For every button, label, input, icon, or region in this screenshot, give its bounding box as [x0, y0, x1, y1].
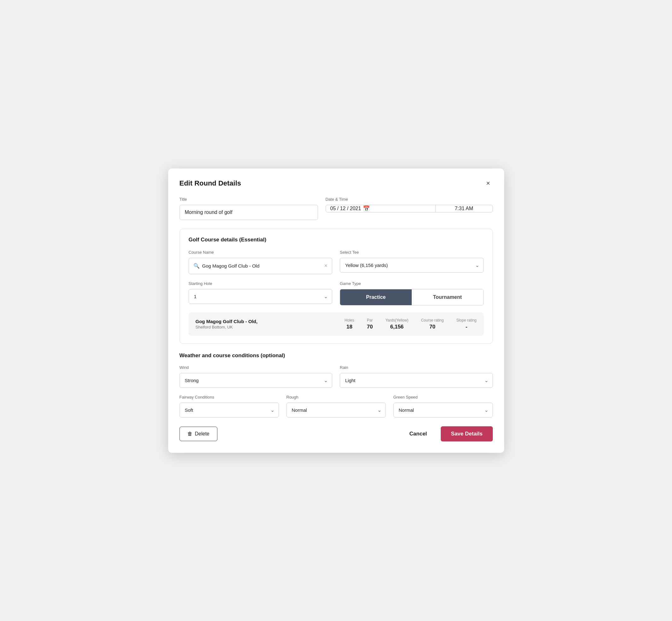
modal-footer: 🗑 Delete Cancel Save Details	[179, 426, 493, 442]
course-name-label: Course Name	[189, 250, 333, 255]
title-input[interactable]	[179, 205, 318, 220]
fairway-dropdown[interactable]: Dry Normal Soft Wet	[179, 403, 279, 417]
modal-title: Edit Round Details	[179, 179, 241, 188]
yards-label: Yards(Yellow)	[385, 318, 409, 323]
game-type-toggle: Practice Tournament	[340, 289, 484, 305]
starting-hole-dropdown[interactable]: 1 2 3 10	[189, 289, 333, 304]
course-full-name: Gog Magog Golf Club - Old,	[196, 319, 345, 324]
delete-button[interactable]: 🗑 Delete	[179, 427, 217, 441]
tournament-toggle-btn[interactable]: Tournament	[412, 289, 483, 305]
top-row: Title Date & Time 05 / 12 / 2021 📅 7:31 …	[179, 197, 493, 220]
course-rating-label: Course rating	[421, 318, 444, 323]
save-details-button[interactable]: Save Details	[441, 426, 493, 442]
rough-dropdown[interactable]: Short Normal Long Very Long	[287, 403, 386, 417]
golf-section-title: Golf Course details (Essential)	[189, 237, 484, 243]
course-search-wrap: 🔍 ×	[189, 258, 333, 274]
date-value: 05 / 12 / 2021	[330, 206, 361, 211]
slope-rating-value: -	[466, 324, 468, 330]
game-type-group: Game Type Practice Tournament	[340, 281, 484, 305]
fairway-select-wrap: Dry Normal Soft Wet ⌄	[179, 403, 279, 417]
starting-hole-group: Starting Hole 1 2 3 10 ⌄	[189, 281, 333, 305]
course-info-bar: Gog Magog Golf Club - Old, Shelford Bott…	[189, 313, 484, 336]
wind-select-wrap: Calm Light Moderate Strong ⌄	[179, 373, 333, 388]
course-name-tee-row: Course Name 🔍 × Select Tee Yellow (6,156…	[189, 250, 484, 274]
game-type-label: Game Type	[340, 281, 484, 286]
course-info-name: Gog Magog Golf Club - Old, Shelford Bott…	[196, 319, 345, 329]
holes-value: 18	[346, 324, 352, 330]
weather-title: Weather and course conditions (optional)	[179, 353, 493, 359]
weather-section: Weather and course conditions (optional)…	[179, 353, 493, 417]
rain-select-wrap: None Light Moderate Heavy ⌄	[340, 373, 493, 388]
wind-label: Wind	[179, 365, 333, 370]
time-part[interactable]: 7:31 AM	[436, 205, 493, 212]
wind-group: Wind Calm Light Moderate Strong ⌄	[179, 365, 333, 388]
edit-round-modal: Edit Round Details × Title Date & Time 0…	[168, 168, 504, 453]
delete-label: Delete	[195, 431, 209, 437]
rough-label: Rough	[287, 395, 386, 400]
yards-stat: Yards(Yellow) 6,156	[385, 318, 409, 330]
rain-group: Rain None Light Moderate Heavy ⌄	[340, 365, 493, 388]
green-speed-dropdown[interactable]: Slow Normal Fast Very Fast	[393, 403, 493, 417]
footer-right: Cancel Save Details	[403, 426, 493, 442]
datetime-inner: 05 / 12 / 2021 📅 7:31 AM	[326, 205, 493, 212]
fairway-group: Fairway Conditions Dry Normal Soft Wet ⌄	[179, 395, 279, 417]
clear-icon[interactable]: ×	[324, 262, 328, 269]
rain-dropdown[interactable]: None Light Moderate Heavy	[340, 373, 493, 388]
slope-rating-stat: Slope rating -	[456, 318, 476, 330]
rain-label: Rain	[340, 365, 493, 370]
title-label: Title	[179, 197, 318, 202]
calendar-icon: 📅	[363, 205, 370, 212]
slope-rating-label: Slope rating	[456, 318, 476, 323]
green-speed-select-wrap: Slow Normal Fast Very Fast ⌄	[393, 403, 493, 417]
modal-header: Edit Round Details ×	[179, 178, 493, 188]
course-location: Shelford Bottom, UK	[196, 325, 345, 329]
select-tee-wrap: Yellow (6,156 yards) White Red Blue ⌄	[340, 258, 484, 273]
fairway-label: Fairway Conditions	[179, 395, 279, 400]
course-rating-stat: Course rating 70	[421, 318, 444, 330]
rough-select-wrap: Short Normal Long Very Long ⌄	[287, 403, 386, 417]
wind-dropdown[interactable]: Calm Light Moderate Strong	[179, 373, 333, 388]
starting-hole-wrap: 1 2 3 10 ⌄	[189, 289, 333, 304]
wind-rain-row: Wind Calm Light Moderate Strong ⌄ Rain N…	[179, 365, 493, 388]
golf-course-section: Golf Course details (Essential) Course N…	[179, 229, 493, 344]
title-field-group: Title	[179, 197, 318, 220]
trash-icon: 🗑	[187, 431, 193, 437]
starting-hole-label: Starting Hole	[189, 281, 333, 286]
select-tee-label: Select Tee	[340, 250, 484, 255]
select-tee-dropdown[interactable]: Yellow (6,156 yards) White Red Blue	[340, 258, 484, 273]
select-tee-group: Select Tee Yellow (6,156 yards) White Re…	[340, 250, 484, 274]
holes-label: Holes	[344, 318, 354, 323]
date-part[interactable]: 05 / 12 / 2021 📅	[326, 205, 436, 212]
close-button[interactable]: ×	[484, 178, 493, 188]
yards-value: 6,156	[390, 324, 404, 330]
fairway-rough-green-row: Fairway Conditions Dry Normal Soft Wet ⌄…	[179, 395, 493, 417]
datetime-label: Date & Time	[326, 197, 493, 202]
search-icon: 🔍	[194, 263, 200, 269]
par-label: Par	[367, 318, 373, 323]
course-rating-value: 70	[429, 324, 435, 330]
course-stats: Holes 18 Par 70 Yards(Yellow) 6,156 Cour…	[344, 318, 476, 330]
green-speed-group: Green Speed Slow Normal Fast Very Fast ⌄	[393, 395, 493, 417]
starting-hole-game-type-row: Starting Hole 1 2 3 10 ⌄ Game Type Pract…	[189, 281, 484, 305]
time-value: 7:31 AM	[455, 206, 473, 211]
par-stat: Par 70	[367, 318, 373, 330]
cancel-button[interactable]: Cancel	[403, 427, 433, 441]
practice-toggle-btn[interactable]: Practice	[340, 289, 412, 305]
course-name-input[interactable]	[202, 263, 324, 268]
rough-group: Rough Short Normal Long Very Long ⌄	[287, 395, 386, 417]
green-speed-label: Green Speed	[393, 395, 493, 400]
course-name-group: Course Name 🔍 ×	[189, 250, 333, 274]
par-value: 70	[367, 324, 373, 330]
datetime-field-group: Date & Time 05 / 12 / 2021 📅 7:31 AM	[326, 197, 493, 220]
holes-stat: Holes 18	[344, 318, 354, 330]
